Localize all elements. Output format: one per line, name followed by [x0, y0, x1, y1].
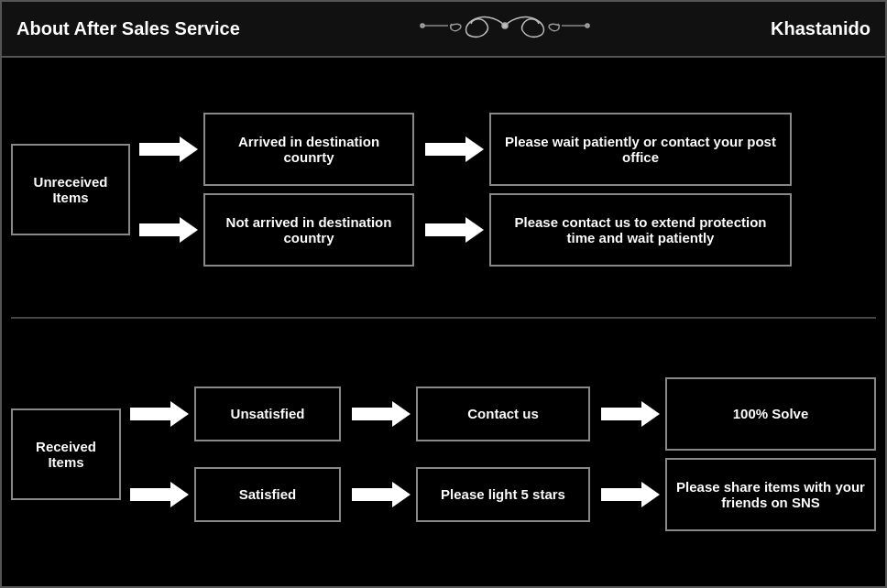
header-title: About After Sales Service [16, 18, 240, 39]
arrow-to-wait [420, 136, 489, 162]
wait-patiently-box: Please wait patiently or contact your po… [489, 113, 792, 186]
unreceived-section: Unreceived Items Arrived in destination … [11, 72, 876, 319]
content-area: Unreceived Items Arrived in destination … [2, 58, 885, 586]
arrow-to-contact-us [346, 401, 416, 427]
unsatisfied-row: Unsatisfied Contact us 100% Solve [125, 377, 876, 451]
contact-us-box: Contact us [416, 387, 590, 441]
svg-point-4 [502, 23, 508, 28]
svg-point-3 [586, 24, 589, 27]
received-section: Received Items Unsatisfied Contac [11, 328, 876, 572]
arrow-to-solve [596, 401, 665, 427]
not-arrived-row: Not arrived in destination country Pleas… [134, 193, 876, 267]
satisfied-row: Satisfied Please light 5 stars Please sh… [125, 458, 876, 531]
satisfied-box: Satisfied [194, 467, 341, 522]
not-arrived-box: Not arrived in destination country [203, 193, 414, 267]
unreceived-items-label: Unreceived Items [34, 174, 108, 205]
header: About After Sales Service Khastanido [2, 2, 885, 58]
unreceived-sub-rows: Arrived in destination counrty Please wa… [134, 113, 876, 267]
arrow-to-satisfied [125, 482, 194, 507]
extend-protection-label: Please contact us to extend protection t… [498, 214, 783, 245]
solve-box: 100% Solve [665, 377, 876, 451]
arrow-to-share [596, 482, 665, 507]
arrow-to-unsatisfied [125, 401, 194, 427]
svg-point-2 [421, 24, 424, 27]
main-container: About After Sales Service Khastanido [0, 0, 887, 588]
unsatisfied-label: Unsatisfied [231, 406, 305, 421]
arrow-to-arrived [134, 136, 203, 162]
arrived-row: Arrived in destination counrty Please wa… [134, 113, 876, 186]
solve-label: 100% Solve [733, 406, 809, 421]
arrived-label: Arrived in destination counrty [213, 134, 405, 165]
share-sns-box: Please share items with your friends on … [665, 458, 876, 531]
contact-us-label: Contact us [467, 406, 539, 421]
unsatisfied-box: Unsatisfied [194, 387, 341, 441]
light-stars-box: Please light 5 stars [416, 467, 590, 522]
arrow-to-not-arrived [134, 217, 203, 243]
received-items-box: Received Items [11, 408, 121, 500]
wait-patiently-label: Please wait patiently or contact your po… [498, 134, 783, 165]
ornament-icon [413, 9, 597, 49]
extend-protection-box: Please contact us to extend protection t… [489, 193, 792, 267]
light-stars-label: Please light 5 stars [441, 486, 565, 502]
received-sub-rows: Unsatisfied Contact us 100% Solve [125, 377, 876, 531]
not-arrived-label: Not arrived in destination country [213, 214, 405, 245]
arrow-to-contact [420, 217, 489, 243]
received-items-label: Received Items [36, 439, 96, 470]
unreceived-items-box: Unreceived Items [11, 144, 130, 235]
share-sns-label: Please share items with your friends on … [674, 479, 867, 510]
arrow-to-stars [346, 482, 416, 507]
arrived-box: Arrived in destination counrty [203, 113, 414, 186]
satisfied-label: Satisfied [239, 486, 297, 502]
header-brand: Khastanido [771, 18, 871, 39]
